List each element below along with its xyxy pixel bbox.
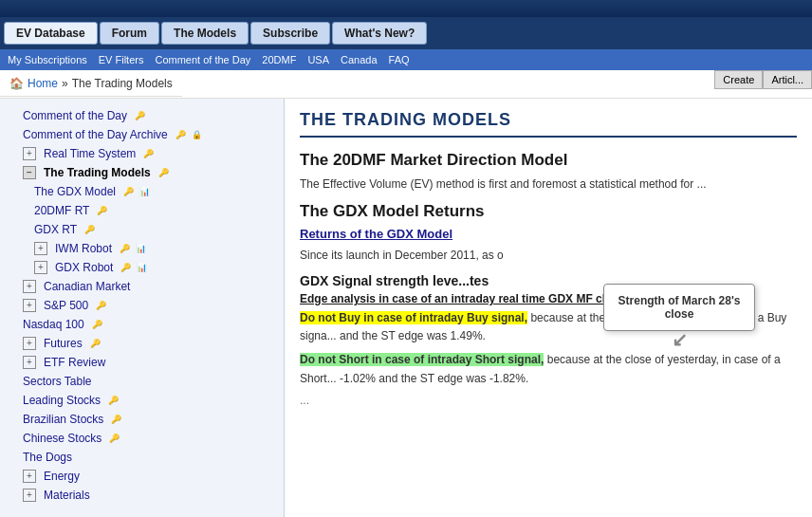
comment-archive-label: Comment of the Day Archive [23, 128, 168, 141]
sidebar: Comment of the Day 🔑 Comment of the Day … [0, 99, 285, 517]
expand-icon-futures[interactable]: + [23, 337, 36, 350]
section1-text: The Effective Volume (EV) method is firs… [300, 175, 797, 193]
subnav-faq[interactable]: FAQ [389, 54, 410, 65]
chinese-stocks-label: Chinese Stocks [23, 432, 102, 445]
content-area: THE TRADING MODELS The 20DMF Market Dire… [285, 99, 812, 517]
gdx-model-label: The GDX Model [34, 185, 116, 198]
expand-icon-gdx-robot[interactable]: + [34, 261, 47, 274]
top-header [0, 0, 812, 17]
real-time-system-label: Real Time System [44, 147, 136, 160]
brazilian-stocks-label: Brazilian Stocks [23, 413, 103, 426]
sidebar-item-leading-stocks[interactable]: Leading Stocks 🔑 [0, 391, 284, 410]
sidebar-item-etf-review[interactable]: + ETF Review [0, 353, 284, 372]
sidebar-item-comment-archive[interactable]: Comment of the Day Archive 🔑 🔒 [0, 125, 284, 144]
sidebar-item-20dmf-rt[interactable]: 20DMF RT 🔑 [0, 201, 284, 220]
expand-icon-energy[interactable]: + [23, 470, 36, 483]
nav-ev-database[interactable]: EV Database [4, 22, 98, 45]
main-layout: Comment of the Day 🔑 Comment of the Day … [0, 99, 812, 517]
the-dogs-label: The Dogs [23, 451, 72, 464]
etf-review-label: ETF Review [44, 356, 105, 369]
sidebar-item-the-dogs[interactable]: The Dogs [0, 448, 284, 467]
comment-day-label: Comment of the Day [23, 109, 127, 122]
breadcrumb-sep: » [62, 77, 68, 90]
sidebar-item-sp500[interactable]: + S&P 500 🔑 [0, 296, 284, 315]
canadian-market-label: Canadian Market [44, 280, 130, 293]
section1-title: The 20DMF Market Direction Model [300, 151, 797, 170]
sub-nav: My Subscriptions EV Filters Comment of t… [0, 49, 812, 70]
trading-models-label: The Trading Models [44, 166, 151, 179]
20dmf-rt-label: 20DMF RT [34, 204, 89, 217]
nav-bar: EV Database Forum The Models Subscribe W… [0, 17, 812, 49]
nasdaq100-label: Nasdaq 100 [23, 318, 84, 331]
sidebar-item-iwm-robot[interactable]: + IWM Robot 🔑 📊 [0, 239, 284, 258]
sidebar-item-brazilian-stocks[interactable]: Brazilian Stocks 🔑 [0, 410, 284, 429]
subnav-my-subscriptions[interactable]: My Subscriptions [8, 54, 87, 65]
gdx-rt-label: GDX RT [34, 223, 77, 236]
subnav-ev-filters[interactable]: EV Filters [99, 54, 144, 65]
iwm-robot-label: IWM Robot [55, 242, 112, 255]
nav-models[interactable]: The Models [161, 22, 249, 45]
sidebar-item-materials[interactable]: + Materials [0, 486, 284, 505]
article-button[interactable]: Articl... [763, 70, 812, 89]
collapse-icon-trading-models[interactable]: − [23, 166, 36, 179]
tooltip-arrow: ↙ [672, 330, 688, 349]
nav-whats-new[interactable]: What's New? [332, 22, 427, 45]
energy-label: Energy [44, 470, 80, 483]
leading-stocks-label: Leading Stocks [23, 394, 101, 407]
tooltip-box: Strength of March 28's close ↙ [603, 284, 755, 331]
expand-icon-etf[interactable]: + [23, 356, 36, 369]
section2-subtitle: Returns of the GDX Model [300, 227, 797, 241]
section2-text: Since its launch in December 2011, as o [300, 247, 797, 264]
breadcrumb: 🏠 Home » The Trading Models [0, 71, 182, 97]
sectors-table-label: Sectors Table [23, 375, 92, 388]
sidebar-item-canadian-market[interactable]: + Canadian Market [0, 277, 284, 296]
subnav-20dmf[interactable]: 20DMF [262, 54, 296, 65]
signal-line1-highlight: Do not Buy in case of intraday Buy signa… [300, 311, 527, 324]
futures-label: Futures [44, 337, 83, 350]
sidebar-item-chinese-stocks[interactable]: Chinese Stocks 🔑 [0, 429, 284, 448]
sp500-label: S&P 500 [44, 299, 88, 312]
expand-icon-sp500[interactable]: + [23, 299, 36, 312]
signal-line2-highlight: Do not Short in case of intraday Short s… [300, 353, 544, 366]
sidebar-item-comment-of-day[interactable]: Comment of the Day 🔑 [0, 106, 284, 125]
content-ellipsis: ... [300, 394, 797, 407]
sidebar-item-gdx-robot[interactable]: + GDX Robot 🔑 📊 [0, 258, 284, 277]
expand-icon-real-time[interactable]: + [23, 147, 36, 160]
nav-forum[interactable]: Forum [100, 22, 159, 45]
expand-icon-canadian[interactable]: + [23, 280, 36, 293]
sidebar-item-energy[interactable]: + Energy [0, 467, 284, 486]
sidebar-item-futures[interactable]: + Futures 🔑 [0, 334, 284, 353]
sidebar-item-nasdaq100[interactable]: Nasdaq 100 🔑 [0, 315, 284, 334]
breadcrumb-current: The Trading Models [72, 77, 173, 90]
page-title: THE TRADING MODELS [300, 110, 797, 138]
signal-line2: Do not Short in case of intraday Short s… [300, 351, 797, 387]
sidebar-item-sectors-table[interactable]: Sectors Table [0, 372, 284, 391]
breadcrumb-home[interactable]: Home [28, 77, 58, 90]
materials-label: Materials [44, 489, 90, 502]
subnav-usa[interactable]: USA [307, 54, 329, 65]
subnav-canada[interactable]: Canada [341, 54, 378, 65]
create-button[interactable]: Create [714, 70, 763, 89]
section2-title: The GDX Model Returns [300, 202, 797, 221]
subnav-comment-day[interactable]: Comment of the Day [155, 54, 250, 65]
sidebar-item-gdx-model[interactable]: The GDX Model 🔑 📊 [0, 182, 284, 201]
house-icon: 🏠 [9, 77, 24, 90]
nav-subscribe[interactable]: Subscribe [250, 22, 330, 45]
expand-icon-materials[interactable]: + [23, 489, 36, 502]
expand-icon-iwm[interactable]: + [34, 242, 47, 255]
sidebar-item-real-time-system[interactable]: + Real Time System 🔑 [0, 144, 284, 163]
sidebar-item-trading-models[interactable]: − The Trading Models 🔑 [0, 163, 284, 182]
sidebar-item-gdx-rt[interactable]: GDX RT 🔑 [0, 220, 284, 239]
gdx-robot-label: GDX Robot [55, 261, 113, 274]
tooltip-text: Strength of March 28's close [618, 294, 741, 321]
